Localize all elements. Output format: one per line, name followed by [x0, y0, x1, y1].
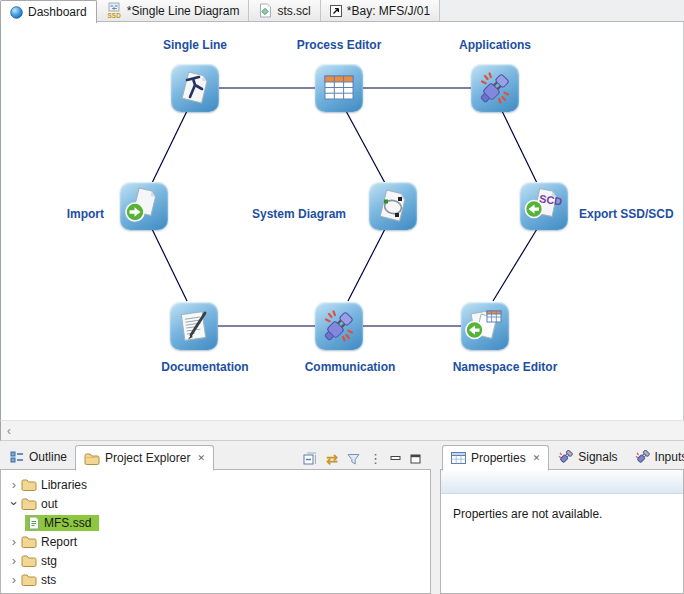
selection-highlight: MFS.ssd — [25, 515, 99, 531]
tree-item-label: Report — [41, 535, 77, 549]
tab-single-line-diagram[interactable]: SSD *Single Line Diagram — [97, 0, 250, 21]
chevron-right-icon[interactable]: › — [7, 572, 21, 587]
left-panel-tab-bar: Outline Project Explorer ✕ ⇄ — [0, 442, 431, 470]
tab-label: Properties — [471, 451, 526, 465]
project-explorer-panel: Outline Project Explorer ✕ ⇄ — [0, 442, 431, 594]
tree-item-label: sts — [41, 573, 56, 587]
project-tree: › Libraries › out — [1, 470, 430, 589]
tree-item-out[interactable]: › out — [1, 494, 430, 513]
node-label-export-ssd-scd: Export SSD/SCD — [579, 207, 674, 221]
tab-bay[interactable]: *Bay: MFS/J/01 — [321, 0, 440, 21]
properties-body: Properties are not available. — [440, 469, 684, 594]
properties-panel: Properties ✕ Signals — [440, 442, 684, 594]
tab-properties[interactable]: Properties ✕ — [442, 445, 549, 471]
plug-glyph — [319, 306, 359, 346]
tab-dashboard[interactable]: Dashboard — [0, 0, 97, 23]
plug-glyph — [475, 68, 515, 108]
tab-project-explorer[interactable]: Project Explorer ✕ — [75, 445, 214, 471]
dashboard-canvas: SCD — [0, 22, 684, 420]
bay-editor-icon — [330, 5, 342, 17]
import-icon[interactable] — [120, 182, 168, 230]
tab-inputs[interactable]: Inputs — [626, 444, 684, 470]
collapse-all-icon[interactable] — [303, 452, 317, 466]
right-panel-tab-bar: Properties ✕ Signals — [440, 442, 684, 470]
node-label-applications: Applications — [459, 38, 531, 52]
folder-icon — [21, 573, 37, 586]
tab-outline[interactable]: Outline — [2, 444, 75, 470]
export-glyph: SCD — [524, 186, 564, 226]
properties-toolbar-strip — [441, 470, 683, 494]
tab-label: *Single Line Diagram — [127, 4, 240, 18]
editor-horizontal-scrollbar[interactable]: ‹ — [0, 420, 684, 441]
namespace-editor-icon[interactable] — [461, 302, 509, 350]
export-ssd-scd-icon[interactable]: SCD — [520, 182, 568, 230]
process-table-glyph — [319, 68, 359, 108]
scroll-left-icon[interactable]: ‹ — [7, 424, 11, 438]
folder-icon — [21, 554, 37, 567]
folder-icon — [21, 478, 37, 491]
ssd-text: SSD — [107, 12, 121, 19]
tab-label: *Bay: MFS/J/01 — [347, 4, 430, 18]
system-diagram-glyph — [373, 186, 413, 226]
tree-item-label: MFS.ssd — [44, 516, 91, 530]
process-editor-icon[interactable] — [315, 64, 363, 112]
signals-plug-icon — [557, 450, 573, 464]
close-icon[interactable]: ✕ — [197, 453, 205, 463]
namespace-glyph — [465, 306, 505, 346]
chevron-right-icon[interactable]: › — [7, 534, 21, 549]
single-line-icon[interactable] — [171, 64, 219, 112]
documentation-glyph — [174, 306, 214, 346]
chevron-down-icon[interactable]: › — [7, 497, 22, 511]
editor-tab-bar: Dashboard SSD *Single Line Diagram sts.s… — [0, 0, 684, 22]
node-label-system-diagram: System Diagram — [1, 207, 346, 221]
chevron-right-icon[interactable]: › — [7, 553, 21, 568]
ssd-file-icon — [28, 516, 40, 530]
link-with-editor-icon[interactable]: ⇄ — [326, 454, 338, 464]
communication-icon[interactable] — [315, 302, 363, 350]
tree-item-label: out — [41, 497, 58, 511]
tab-label: Project Explorer — [105, 451, 190, 465]
tab-label: Outline — [29, 450, 67, 464]
ssd-diagram-icon: SSD — [106, 2, 122, 19]
dashboard-globe-icon — [10, 6, 23, 19]
tree-item-mfs-ssd[interactable]: MFS.ssd — [1, 513, 430, 532]
chevron-right-icon[interactable]: › — [7, 477, 21, 492]
tree-item-report[interactable]: › Report — [1, 532, 430, 551]
bottom-panel-area: Outline Project Explorer ✕ ⇄ — [0, 442, 684, 594]
properties-message: Properties are not available. — [441, 494, 683, 521]
tab-label: Dashboard — [28, 5, 87, 19]
close-icon[interactable]: ✕ — [533, 453, 541, 463]
node-label-communication: Communication — [305, 360, 396, 374]
left-panel-toolbar: ⇄ ⋮ — [303, 452, 431, 470]
node-label-documentation: Documentation — [161, 360, 248, 374]
single-line-glyph — [175, 68, 215, 108]
project-explorer-body: › Libraries › out — [0, 469, 431, 594]
documentation-icon[interactable] — [170, 302, 218, 350]
inputs-plug-icon — [634, 450, 650, 464]
node-label-namespace-editor: Namespace Editor — [453, 360, 558, 374]
maximize-icon[interactable] — [410, 454, 421, 464]
outline-icon — [10, 450, 24, 464]
minimize-icon[interactable] — [390, 454, 401, 464]
node-label-process-editor: Process Editor — [297, 38, 382, 52]
tab-label: Inputs — [655, 450, 684, 464]
tree-item-libraries[interactable]: › Libraries — [1, 475, 430, 494]
view-menu-icon[interactable]: ⋮ — [369, 454, 381, 464]
tab-label: sts.scl — [277, 4, 310, 18]
folder-icon — [21, 535, 37, 548]
properties-table-icon — [451, 452, 466, 464]
scl-file-icon — [258, 3, 272, 18]
filter-icon[interactable] — [347, 453, 360, 466]
tab-sts-scl[interactable]: sts.scl — [249, 0, 320, 21]
tab-label: Signals — [578, 450, 617, 464]
tree-item-stg[interactable]: › stg — [1, 551, 430, 570]
system-diagram-icon[interactable] — [369, 182, 417, 230]
folder-open-icon — [21, 497, 37, 510]
tab-signals[interactable]: Signals — [549, 444, 625, 470]
applications-icon[interactable] — [471, 64, 519, 112]
node-label-single-line: Single Line — [163, 38, 227, 52]
folder-icon — [84, 452, 100, 465]
tree-item-sts[interactable]: › sts — [1, 570, 430, 589]
tree-item-label: stg — [41, 554, 57, 568]
tree-item-label: Libraries — [41, 478, 87, 492]
